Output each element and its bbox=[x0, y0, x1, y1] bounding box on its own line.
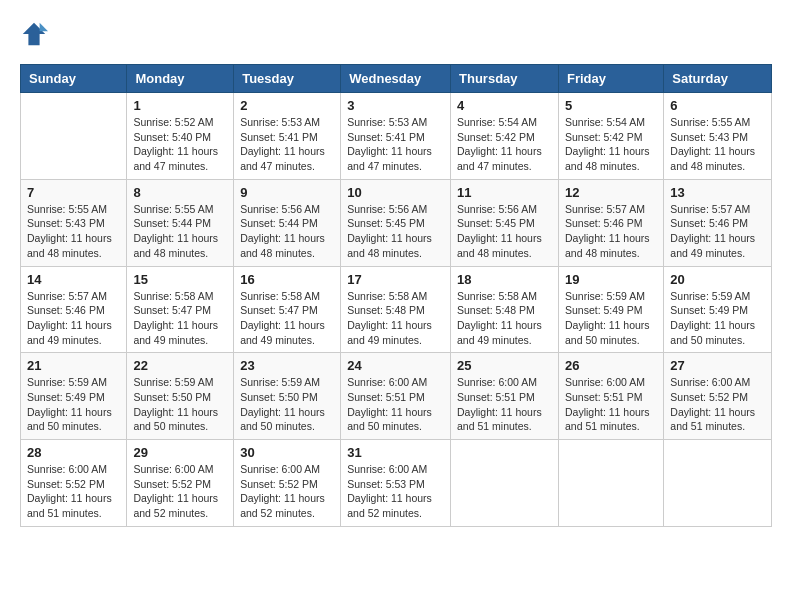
weekday-header: Thursday bbox=[451, 65, 559, 93]
day-info: Sunrise: 5:53 AM Sunset: 5:41 PM Dayligh… bbox=[347, 115, 444, 174]
day-info: Sunrise: 6:00 AM Sunset: 5:51 PM Dayligh… bbox=[565, 375, 657, 434]
day-info: Sunrise: 6:00 AM Sunset: 5:52 PM Dayligh… bbox=[670, 375, 765, 434]
day-number: 17 bbox=[347, 272, 444, 287]
day-number: 9 bbox=[240, 185, 334, 200]
calendar-cell: 29Sunrise: 6:00 AM Sunset: 5:52 PM Dayli… bbox=[127, 440, 234, 527]
calendar-cell: 20Sunrise: 5:59 AM Sunset: 5:49 PM Dayli… bbox=[664, 266, 772, 353]
calendar-cell: 14Sunrise: 5:57 AM Sunset: 5:46 PM Dayli… bbox=[21, 266, 127, 353]
weekday-header: Monday bbox=[127, 65, 234, 93]
day-number: 20 bbox=[670, 272, 765, 287]
day-info: Sunrise: 5:54 AM Sunset: 5:42 PM Dayligh… bbox=[565, 115, 657, 174]
day-info: Sunrise: 5:53 AM Sunset: 5:41 PM Dayligh… bbox=[240, 115, 334, 174]
calendar-week-row: 14Sunrise: 5:57 AM Sunset: 5:46 PM Dayli… bbox=[21, 266, 772, 353]
calendar-cell: 13Sunrise: 5:57 AM Sunset: 5:46 PM Dayli… bbox=[664, 179, 772, 266]
day-number: 23 bbox=[240, 358, 334, 373]
calendar-week-row: 28Sunrise: 6:00 AM Sunset: 5:52 PM Dayli… bbox=[21, 440, 772, 527]
day-info: Sunrise: 5:52 AM Sunset: 5:40 PM Dayligh… bbox=[133, 115, 227, 174]
day-info: Sunrise: 6:00 AM Sunset: 5:53 PM Dayligh… bbox=[347, 462, 444, 521]
weekday-header: Tuesday bbox=[234, 65, 341, 93]
calendar-cell: 23Sunrise: 5:59 AM Sunset: 5:50 PM Dayli… bbox=[234, 353, 341, 440]
logo-icon bbox=[20, 20, 48, 48]
weekday-header: Sunday bbox=[21, 65, 127, 93]
calendar-cell: 1Sunrise: 5:52 AM Sunset: 5:40 PM Daylig… bbox=[127, 93, 234, 180]
day-info: Sunrise: 5:55 AM Sunset: 5:44 PM Dayligh… bbox=[133, 202, 227, 261]
calendar-header-row: SundayMondayTuesdayWednesdayThursdayFrid… bbox=[21, 65, 772, 93]
day-number: 19 bbox=[565, 272, 657, 287]
calendar-cell: 12Sunrise: 5:57 AM Sunset: 5:46 PM Dayli… bbox=[558, 179, 663, 266]
day-info: Sunrise: 6:00 AM Sunset: 5:52 PM Dayligh… bbox=[27, 462, 120, 521]
calendar-cell: 22Sunrise: 5:59 AM Sunset: 5:50 PM Dayli… bbox=[127, 353, 234, 440]
day-info: Sunrise: 5:55 AM Sunset: 5:43 PM Dayligh… bbox=[27, 202, 120, 261]
day-number: 27 bbox=[670, 358, 765, 373]
day-info: Sunrise: 5:55 AM Sunset: 5:43 PM Dayligh… bbox=[670, 115, 765, 174]
day-number: 4 bbox=[457, 98, 552, 113]
day-info: Sunrise: 6:00 AM Sunset: 5:52 PM Dayligh… bbox=[133, 462, 227, 521]
day-info: Sunrise: 5:58 AM Sunset: 5:47 PM Dayligh… bbox=[133, 289, 227, 348]
calendar-cell: 6Sunrise: 5:55 AM Sunset: 5:43 PM Daylig… bbox=[664, 93, 772, 180]
day-number: 18 bbox=[457, 272, 552, 287]
logo bbox=[20, 20, 52, 48]
day-number: 28 bbox=[27, 445, 120, 460]
calendar-cell: 10Sunrise: 5:56 AM Sunset: 5:45 PM Dayli… bbox=[341, 179, 451, 266]
day-number: 2 bbox=[240, 98, 334, 113]
calendar-cell: 24Sunrise: 6:00 AM Sunset: 5:51 PM Dayli… bbox=[341, 353, 451, 440]
weekday-header: Saturday bbox=[664, 65, 772, 93]
calendar-cell: 5Sunrise: 5:54 AM Sunset: 5:42 PM Daylig… bbox=[558, 93, 663, 180]
calendar-cell: 15Sunrise: 5:58 AM Sunset: 5:47 PM Dayli… bbox=[127, 266, 234, 353]
day-info: Sunrise: 5:58 AM Sunset: 5:48 PM Dayligh… bbox=[457, 289, 552, 348]
day-number: 13 bbox=[670, 185, 765, 200]
calendar-week-row: 1Sunrise: 5:52 AM Sunset: 5:40 PM Daylig… bbox=[21, 93, 772, 180]
calendar-cell: 8Sunrise: 5:55 AM Sunset: 5:44 PM Daylig… bbox=[127, 179, 234, 266]
day-number: 29 bbox=[133, 445, 227, 460]
day-info: Sunrise: 5:57 AM Sunset: 5:46 PM Dayligh… bbox=[670, 202, 765, 261]
calendar-cell: 7Sunrise: 5:55 AM Sunset: 5:43 PM Daylig… bbox=[21, 179, 127, 266]
calendar-cell: 4Sunrise: 5:54 AM Sunset: 5:42 PM Daylig… bbox=[451, 93, 559, 180]
calendar-cell: 31Sunrise: 6:00 AM Sunset: 5:53 PM Dayli… bbox=[341, 440, 451, 527]
day-info: Sunrise: 5:57 AM Sunset: 5:46 PM Dayligh… bbox=[27, 289, 120, 348]
day-number: 10 bbox=[347, 185, 444, 200]
weekday-header: Wednesday bbox=[341, 65, 451, 93]
calendar-cell: 30Sunrise: 6:00 AM Sunset: 5:52 PM Dayli… bbox=[234, 440, 341, 527]
day-number: 14 bbox=[27, 272, 120, 287]
calendar-cell: 28Sunrise: 6:00 AM Sunset: 5:52 PM Dayli… bbox=[21, 440, 127, 527]
calendar-cell: 26Sunrise: 6:00 AM Sunset: 5:51 PM Dayli… bbox=[558, 353, 663, 440]
calendar-cell bbox=[558, 440, 663, 527]
day-number: 5 bbox=[565, 98, 657, 113]
day-number: 11 bbox=[457, 185, 552, 200]
calendar-table: SundayMondayTuesdayWednesdayThursdayFrid… bbox=[20, 64, 772, 527]
svg-marker-1 bbox=[40, 23, 48, 31]
day-number: 25 bbox=[457, 358, 552, 373]
day-number: 31 bbox=[347, 445, 444, 460]
calendar-cell: 3Sunrise: 5:53 AM Sunset: 5:41 PM Daylig… bbox=[341, 93, 451, 180]
calendar-cell: 19Sunrise: 5:59 AM Sunset: 5:49 PM Dayli… bbox=[558, 266, 663, 353]
day-number: 6 bbox=[670, 98, 765, 113]
day-info: Sunrise: 5:56 AM Sunset: 5:44 PM Dayligh… bbox=[240, 202, 334, 261]
day-number: 7 bbox=[27, 185, 120, 200]
day-number: 24 bbox=[347, 358, 444, 373]
calendar-cell: 9Sunrise: 5:56 AM Sunset: 5:44 PM Daylig… bbox=[234, 179, 341, 266]
calendar-cell: 21Sunrise: 5:59 AM Sunset: 5:49 PM Dayli… bbox=[21, 353, 127, 440]
day-info: Sunrise: 6:00 AM Sunset: 5:51 PM Dayligh… bbox=[457, 375, 552, 434]
header bbox=[20, 20, 772, 48]
day-info: Sunrise: 5:59 AM Sunset: 5:49 PM Dayligh… bbox=[565, 289, 657, 348]
day-number: 21 bbox=[27, 358, 120, 373]
day-info: Sunrise: 5:59 AM Sunset: 5:50 PM Dayligh… bbox=[133, 375, 227, 434]
day-info: Sunrise: 5:59 AM Sunset: 5:50 PM Dayligh… bbox=[240, 375, 334, 434]
day-number: 1 bbox=[133, 98, 227, 113]
day-number: 16 bbox=[240, 272, 334, 287]
day-info: Sunrise: 5:56 AM Sunset: 5:45 PM Dayligh… bbox=[347, 202, 444, 261]
day-info: Sunrise: 6:00 AM Sunset: 5:51 PM Dayligh… bbox=[347, 375, 444, 434]
calendar-cell: 25Sunrise: 6:00 AM Sunset: 5:51 PM Dayli… bbox=[451, 353, 559, 440]
day-number: 8 bbox=[133, 185, 227, 200]
day-number: 12 bbox=[565, 185, 657, 200]
calendar-week-row: 7Sunrise: 5:55 AM Sunset: 5:43 PM Daylig… bbox=[21, 179, 772, 266]
day-number: 22 bbox=[133, 358, 227, 373]
day-info: Sunrise: 6:00 AM Sunset: 5:52 PM Dayligh… bbox=[240, 462, 334, 521]
day-info: Sunrise: 5:56 AM Sunset: 5:45 PM Dayligh… bbox=[457, 202, 552, 261]
calendar-cell: 17Sunrise: 5:58 AM Sunset: 5:48 PM Dayli… bbox=[341, 266, 451, 353]
day-info: Sunrise: 5:58 AM Sunset: 5:47 PM Dayligh… bbox=[240, 289, 334, 348]
day-number: 26 bbox=[565, 358, 657, 373]
calendar-week-row: 21Sunrise: 5:59 AM Sunset: 5:49 PM Dayli… bbox=[21, 353, 772, 440]
day-info: Sunrise: 5:59 AM Sunset: 5:49 PM Dayligh… bbox=[670, 289, 765, 348]
calendar-cell: 11Sunrise: 5:56 AM Sunset: 5:45 PM Dayli… bbox=[451, 179, 559, 266]
